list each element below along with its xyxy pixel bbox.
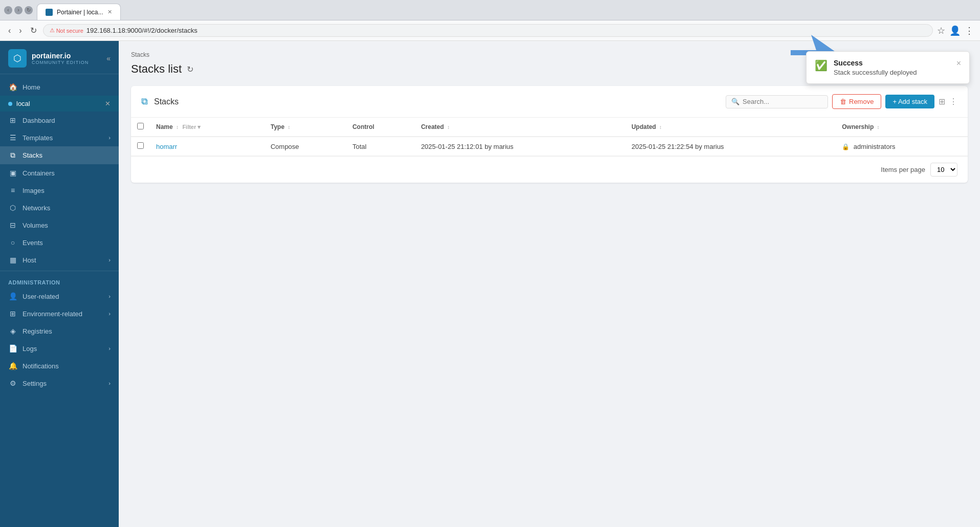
select-all-checkbox[interactable] [137,123,144,129]
logo-icon: ⬡ [8,49,27,68]
volumes-icon: ⊟ [8,221,17,229]
registries-icon: ◈ [8,327,17,335]
row-type: Compose [271,143,299,150]
admin-section-label: Administration [0,273,119,288]
tab-close-button[interactable]: ✕ [107,9,112,15]
reload-button[interactable]: ↻ [25,6,33,14]
items-per-page-label: Items per page [881,166,925,173]
sidebar-item-events[interactable]: ○ Events [0,234,119,251]
sidebar-item-notifications[interactable]: 🔔 Notifications [0,357,119,375]
active-tab[interactable]: Portainer | loca... ✕ [37,4,121,20]
stack-name-link[interactable]: homarr [156,143,177,150]
reload-nav-button[interactable]: ↻ [28,24,39,37]
add-stack-label: + Add stack [892,98,927,105]
host-icon: ▦ [8,256,17,264]
row-control-cell: Total [346,137,415,156]
app-layout: ⬡ portainer.io COMMUNITY EDITION « 🏠 Hom… [0,41,980,527]
bookmark-icon[interactable]: ☆ [937,25,945,36]
forward-button[interactable]: › [14,6,23,14]
page-title: Stacks list [131,62,182,76]
address-actions: ☆ 👤 ⋮ [937,25,974,36]
env-name: local [16,100,30,107]
sidebar-item-home[interactable]: 🏠 Home [0,78,119,96]
name-sort-icon[interactable]: ↕ [176,124,179,130]
type-sort-icon[interactable]: ↕ [288,124,290,130]
add-stack-button[interactable]: + Add stack [885,95,934,108]
search-box[interactable]: 🔍 ✕ [726,95,828,108]
templates-icon: ☰ [8,134,17,142]
toast-message: Stack successfully deployed [834,69,950,76]
sidebar-item-images[interactable]: ≡ Images [0,182,119,199]
table-footer: Items per page 10 25 50 [131,156,968,183]
sidebar-item-templates[interactable]: ☰ Templates › [0,129,119,146]
select-all-header [131,118,150,137]
back-nav-button[interactable]: ‹ [6,24,13,37]
browser-nav-controls[interactable]: ‹ › ↻ [4,6,33,14]
remove-button[interactable]: 🗑 Remove [832,94,881,109]
env-related-icon: ⊞ [8,310,17,318]
sidebar-item-networks[interactable]: ⬡ Networks [0,199,119,216]
sidebar-item-logs[interactable]: 📄 Logs › [0,340,119,357]
env-status-dot [8,102,12,106]
images-icon: ≡ [8,186,17,194]
sidebar-item-user-related[interactable]: 👤 User-related › [0,288,119,305]
toast-content: Success Stack successfully deployed [834,59,950,76]
containers-icon: ▣ [8,169,17,177]
sidebar-item-host[interactable]: ▦ Host › [0,251,119,269]
row-updated-cell: 2025-01-25 21:22:54 by marius [625,137,836,156]
table-more-icon[interactable]: ⋮ [949,97,957,106]
sidebar-item-settings[interactable]: ⚙ Settings › [0,375,119,392]
ownership-icon: 🔒 [842,143,850,150]
stacks-card: ⧉ Stacks 🔍 ✕ 🗑 Remove + Add stack [131,86,968,183]
env-close-button[interactable]: ✕ [105,100,111,107]
back-button[interactable]: ‹ [4,6,12,14]
col-name: Name ↕ Filter ▾ [150,118,265,137]
updated-sort-icon[interactable]: ↕ [659,124,662,130]
sidebar-item-containers[interactable]: ▣ Containers [0,164,119,182]
search-icon: 🔍 [731,98,739,105]
card-header: ⧉ Stacks 🔍 ✕ 🗑 Remove + Add stack [131,86,968,118]
table-body: homarr Compose Total 2025-01-25 21:12:01… [131,137,968,156]
table-row: homarr Compose Total 2025-01-25 21:12:01… [131,137,968,156]
col-type: Type ↕ [265,118,346,137]
sidebar-item-templates-label: Templates [23,134,53,142]
row-checkbox[interactable] [137,142,144,149]
sidebar-item-dashboard[interactable]: ⊞ Dashboard [0,112,119,129]
sidebar-collapse-button[interactable]: « [106,54,111,62]
profile-icon[interactable]: 👤 [949,25,961,36]
ownership-sort-icon[interactable]: ↕ [877,124,880,130]
env-related-chevron-icon: › [108,311,111,317]
sidebar-item-events-label: Events [23,239,43,247]
templates-chevron-icon: › [108,135,111,141]
remove-icon: 🗑 [840,98,846,105]
sidebar-item-registries[interactable]: ◈ Registries [0,322,119,340]
sidebar-item-stacks-label: Stacks [23,151,42,159]
menu-icon[interactable]: ⋮ [965,25,974,36]
toast-close-button[interactable]: × [956,59,961,68]
notifications-icon: 🔔 [8,362,17,370]
events-icon: ○ [8,238,17,247]
row-ownership-cell: 🔒 administrators [836,137,968,156]
created-sort-icon[interactable]: ↕ [447,124,450,130]
row-type-cell: Compose [265,137,346,156]
logo-text: portainer.io COMMUNITY EDITION [32,52,89,65]
items-per-page-select[interactable]: 10 25 50 [930,163,957,177]
sidebar-item-volumes-label: Volumes [23,222,48,229]
networks-icon: ⬡ [8,204,17,212]
sidebar-item-images-label: Images [23,187,45,194]
sidebar-item-volumes[interactable]: ⊟ Volumes [0,216,119,234]
card-actions: 🔍 ✕ 🗑 Remove + Add stack ⊞ ⋮ [726,94,957,109]
search-input[interactable] [743,98,829,105]
dashboard-icon: ⊞ [8,116,17,124]
sidebar-item-notifications-label: Notifications [23,362,59,370]
sidebar-item-stacks[interactable]: ⧉ Stacks [0,146,119,164]
sidebar-item-env-related[interactable]: ⊞ Environment-related › [0,305,119,322]
name-filter-button[interactable]: Filter ▾ [182,124,201,130]
table-settings-icon[interactable]: ⊞ [939,97,945,106]
col-control: Control [346,118,415,137]
stacks-table-container: Name ↕ Filter ▾ Type ↕ Control Created [131,118,968,156]
col-created: Created ↕ [415,118,625,137]
refresh-button[interactable]: ↻ [187,64,193,74]
forward-nav-button[interactable]: › [17,24,24,37]
env-header: local ✕ [0,96,119,112]
